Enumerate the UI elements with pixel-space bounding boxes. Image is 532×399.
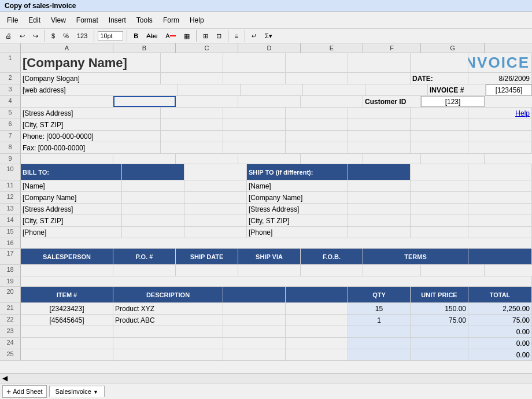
cell-e6[interactable]	[348, 119, 411, 130]
cell-e12[interactable]	[348, 192, 411, 203]
cell-c4[interactable]	[176, 96, 238, 107]
cell-d5[interactable]	[286, 108, 348, 119]
cell-b18[interactable]	[113, 265, 176, 276]
cell-d23[interactable]	[286, 326, 348, 337]
cell-e15[interactable]	[348, 227, 411, 238]
cell-c17[interactable]: SHIP DATE	[176, 249, 238, 264]
cell-c23[interactable]	[223, 326, 286, 337]
cell-g14[interactable]	[468, 215, 532, 226]
cell-e18[interactable]	[301, 265, 363, 276]
borders-button[interactable]: ⊞	[200, 31, 211, 42]
undo-button[interactable]: ↩	[17, 31, 28, 42]
cell-e10[interactable]	[348, 164, 411, 180]
cell-f6[interactable]	[411, 119, 468, 130]
cell-a21[interactable]: [23423423]	[21, 303, 113, 314]
cell-d13[interactable]: [Stress Address]	[247, 204, 348, 215]
cell-a25[interactable]	[21, 349, 113, 360]
add-sheet-button[interactable]: + Add Sheet	[2, 385, 47, 398]
cell-b8[interactable]	[161, 142, 223, 153]
cell-g17[interactable]	[468, 249, 532, 264]
cell-e7[interactable]	[348, 131, 411, 142]
cell-d22[interactable]	[286, 315, 348, 326]
cell-b4[interactable]	[113, 96, 176, 107]
cell-b14[interactable]	[122, 215, 184, 226]
cell-g12[interactable]	[468, 192, 532, 203]
font-color-button[interactable]: A	[162, 31, 178, 41]
cell-d24[interactable]	[286, 338, 348, 349]
cell-e8[interactable]	[348, 142, 411, 153]
cell-g22[interactable]: 75.00	[468, 315, 532, 326]
cell-a3[interactable]: [web address]	[21, 84, 178, 95]
cell-g4[interactable]: [123]	[421, 96, 485, 107]
cell-g25[interactable]: 0.00	[468, 349, 532, 360]
cell-c2[interactable]	[223, 73, 286, 84]
cell-g20[interactable]: TOTAL	[468, 287, 532, 302]
cell-c7[interactable]	[223, 131, 286, 142]
cell-c25[interactable]	[223, 349, 286, 360]
menu-file[interactable]: File	[2, 14, 23, 26]
cell-d14[interactable]: [City, ST ZIP]	[247, 215, 348, 226]
cell-d20[interactable]	[286, 287, 348, 302]
cell-c12[interactable]	[184, 192, 247, 203]
cell-d8[interactable]	[286, 142, 348, 153]
cell-a9[interactable]	[21, 154, 113, 164]
cell-c5[interactable]	[223, 108, 286, 119]
cell-g24[interactable]: 0.00	[468, 338, 532, 349]
cell-g2[interactable]: 8/26/2009	[468, 73, 532, 84]
bold-button[interactable]: B	[131, 31, 141, 41]
cell-e23[interactable]	[348, 326, 411, 337]
menu-tools[interactable]: Tools	[132, 14, 157, 26]
align-button[interactable]: ≡	[232, 31, 241, 41]
cell-b5[interactable]	[161, 108, 223, 119]
menu-help[interactable]: Help	[185, 14, 209, 26]
cell-f7[interactable]	[411, 131, 468, 142]
cell-d25[interactable]	[286, 349, 348, 360]
cell-f24[interactable]	[411, 338, 468, 349]
cell-e20[interactable]: QTY	[348, 287, 411, 302]
cell-g21[interactable]: 2,250.00	[468, 303, 532, 314]
cell-e24[interactable]	[348, 338, 411, 349]
cell-f13[interactable]	[411, 204, 468, 215]
cell-b23[interactable]	[113, 326, 223, 337]
cell-d17[interactable]: SHIP VIA	[238, 249, 301, 264]
cell-f21[interactable]: 150.00	[411, 303, 468, 314]
wrap-button[interactable]: ↵	[249, 31, 260, 42]
cell-c14[interactable]	[184, 215, 247, 226]
cell-b24[interactable]	[113, 338, 223, 349]
cell-g6[interactable]	[468, 119, 532, 130]
cell-f18[interactable]	[363, 265, 421, 276]
menu-edit[interactable]: Edit	[24, 14, 45, 26]
cell-e3[interactable]	[365, 84, 428, 95]
cell-e21[interactable]: 15	[348, 303, 411, 314]
cell-a10[interactable]: BILL TO:	[21, 164, 122, 180]
cell-b21[interactable]: Product XYZ	[113, 303, 223, 314]
cell-b11[interactable]	[122, 180, 184, 191]
cell-f15[interactable]	[411, 227, 468, 238]
cell-d21[interactable]	[286, 303, 348, 314]
cell-c10[interactable]	[184, 164, 247, 180]
cell-b3[interactable]	[178, 84, 241, 95]
cell-d2[interactable]	[286, 73, 348, 84]
cell-b17[interactable]: P.O. #	[113, 249, 176, 264]
cell-e9[interactable]	[301, 154, 363, 164]
cell-d9[interactable]	[238, 154, 301, 164]
cell-f9[interactable]	[363, 154, 421, 164]
cell-d3[interactable]	[303, 84, 365, 95]
cell-g18[interactable]	[421, 265, 485, 276]
cell-b10[interactable]	[122, 164, 184, 180]
cell-f8[interactable]	[411, 142, 468, 153]
cell-b15[interactable]	[122, 227, 184, 238]
cell-b12[interactable]	[122, 192, 184, 203]
cell-d18[interactable]	[238, 265, 301, 276]
cell-a18[interactable]	[21, 265, 113, 276]
cell-c18[interactable]	[176, 265, 238, 276]
cell-e25[interactable]	[348, 349, 411, 360]
cell-a20[interactable]: ITEM #	[21, 287, 113, 302]
menu-form[interactable]: Form	[158, 14, 184, 26]
cell-f25[interactable]	[411, 349, 468, 360]
cell-f10[interactable]	[411, 164, 468, 180]
cell-b7[interactable]	[161, 131, 223, 142]
cell-g11[interactable]	[468, 180, 532, 191]
cell-e22[interactable]: 1	[348, 315, 411, 326]
percent-button[interactable]: %	[60, 31, 72, 41]
